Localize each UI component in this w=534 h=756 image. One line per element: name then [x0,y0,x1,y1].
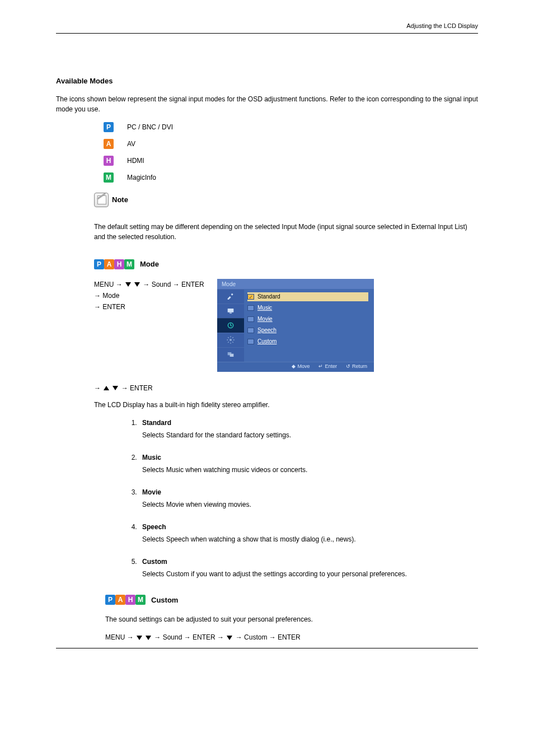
osd-option-music[interactable]: Music [247,304,368,312]
page-header-right: Adjusting the LCD Display [56,21,478,31]
custom-section: P A H M Custom The sound settings can be… [94,595,478,643]
custom-path-suffix: → Custom → ENTER [236,633,301,641]
svg-point-3 [229,339,232,341]
icon-row-av: A AV [104,139,478,149]
mode-options-list: Standard Selects Standard for the standa… [139,418,478,579]
mode-chipstrip: P A H M [94,259,134,269]
icon-label-hdmi: HDMI [127,156,144,166]
osd-main: Standard Music Movie [244,289,374,362]
available-modes-intro: The icons shown below represent the sign… [56,94,478,114]
osd-header: Mode [217,279,374,289]
note-icon [94,193,109,207]
bottom-rule [56,648,478,648]
osd-footer: ◆Move ↵Enter ↺Return [217,362,374,372]
chip-p-icon: P [94,259,104,269]
chip-m-icon: M [104,172,114,183]
down-arrows-icon [125,282,140,287]
option-name: Movie [142,488,161,496]
custom-path-mid: → Sound → ENTER → [154,633,224,641]
osd-footer-move: ◆Move [292,363,310,371]
triangle-down-icon [134,282,140,287]
mode-arrow-step: → → ENTER [94,383,478,393]
mode-section: P A H M Mode MENU → → Sound → ENTER → Mo… [94,259,478,642]
updown-icon: ◆ [292,363,296,371]
chip-h-icon: H [114,259,124,269]
return-icon: ↺ [346,363,350,371]
chip-h-icon: H [125,595,135,605]
brush-icon [226,292,235,301]
osd-footer-return: ↺Return [346,363,367,371]
osd-option-custom[interactable]: Custom [247,337,368,346]
icon-label-magicinfo: MagicInfo [127,172,156,183]
custom-path-prefix: MENU → [105,633,134,641]
chip-h-icon: H [104,156,114,166]
osd-option-movie[interactable]: Movie [247,315,368,324]
icon-label-pc: PC / BNC / DVI [127,122,173,132]
option-name: Music [142,454,161,461]
mode-nav-path: MENU → → Sound → ENTER → Mode → ENTER [94,279,206,372]
chip-a-icon: A [115,595,125,605]
custom-heading-row: P A H M Custom [105,595,478,606]
option-desc: Selects Custom if you want to adjust the… [142,569,478,579]
chip-p-icon: P [105,595,115,605]
check-icon [247,294,254,300]
check-icon [247,316,254,322]
mode-option-custom: Custom Selects Custom if you want to adj… [139,557,478,579]
osd-row-label: Movie [257,315,368,323]
triangle-down-icon [125,282,131,287]
mode-path-prefix: MENU → [94,281,123,288]
mode-icon-definitions: P PC / BNC / DVI A AV H HDMI M MagicInfo [104,122,478,183]
down-arrows-icon [137,636,151,640]
option-desc: Selects Movie when viewing movies. [142,500,478,510]
custom-title: Custom [151,595,178,606]
down-arrow-icon [227,636,232,640]
svg-rect-0 [228,309,234,312]
osd-sidebar [217,289,244,362]
svg-rect-5 [230,354,234,357]
custom-intro: The sound settings can be adjusted to su… [105,614,478,624]
triangle-down-icon [113,386,118,390]
custom-chipstrip: P A H M [105,595,146,605]
mode-option-movie: Movie Selects Movie when viewing movies. [139,487,478,510]
svg-rect-1 [229,312,232,313]
osd-sideitem [217,289,244,304]
osd-body: Standard Music Movie [217,289,374,362]
check-icon [247,339,254,344]
gear-icon [226,335,235,344]
osd-footer-enter: ↵Enter [318,363,337,371]
icon-row-pc: P PC / BNC / DVI [104,122,478,132]
osd-option-standard[interactable]: Standard [247,292,368,301]
check-icon [247,328,254,333]
triangle-down-icon [137,636,142,640]
mode-path-line2: → ENTER [94,301,206,312]
osd-option-speech[interactable]: Speech [247,326,368,335]
mode-option-standard: Standard Selects Standard for the standa… [139,418,478,440]
triangle-up-icon [104,386,109,390]
available-modes-heading: Available Modes [56,76,478,87]
option-desc: Selects Music when watching music videos… [142,465,478,475]
triangle-down-icon [146,636,151,640]
enter-icon: ↵ [318,363,323,371]
mode-heading-row: P A H M Mode [94,259,478,270]
top-rule [56,33,478,34]
mode-option-speech: Speech Selects Speech when watching a sh… [139,522,478,544]
sound-icon [226,321,235,330]
osd-sideitem [217,333,244,347]
mode-arrow-step-text: → ENTER [121,384,153,392]
updown-arrows-icon [104,386,118,390]
osd-row-label: Custom [257,337,368,346]
mode-title: Mode [140,259,159,270]
osd-panel: Mode [217,279,374,372]
page: Adjusting the LCD Display Available Mode… [0,0,534,665]
osd-row-label: Speech [257,326,368,334]
multi-icon [226,350,235,359]
option-desc: Selects Standard for the standard factor… [142,430,478,440]
option-name: Custom [142,558,167,566]
chip-m-icon: M [124,259,134,269]
check-icon [247,305,254,311]
chip-p-icon: P [104,122,114,132]
mode-option-music: Music Selects Music when watching music … [139,452,478,475]
osd-sideitem [217,347,244,362]
custom-path: MENU → → Sound → ENTER → → Custom → ENTE… [105,632,478,642]
option-name: Speech [142,523,166,531]
